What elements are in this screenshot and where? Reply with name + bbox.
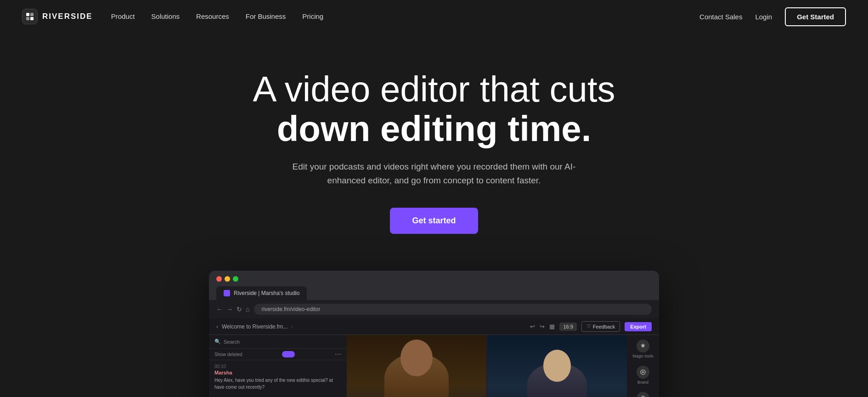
nav-pricing[interactable]: Pricing <box>302 12 323 20</box>
transcript-search-bar: 🔍 Search <box>209 335 347 349</box>
show-deleted-row: Show deleted ⋯ <box>209 349 347 360</box>
hero-cta-button[interactable]: Get started <box>390 208 478 234</box>
maximize-window-button[interactable] <box>233 276 238 282</box>
navbar: RIVERSIDE Product Solutions Resources Fo… <box>0 0 868 33</box>
nav-get-started-button[interactable]: Get Started <box>785 7 846 26</box>
browser-nav-arrows: ← → ↻ ⌂ <box>216 306 249 313</box>
brand-label: Brand <box>637 380 648 385</box>
logo-icon <box>22 9 38 24</box>
svg-rect-3 <box>30 17 34 20</box>
track-icon <box>637 392 649 397</box>
search-icon: 🔍 <box>214 339 221 345</box>
show-deleted-toggle[interactable] <box>282 351 295 357</box>
svg-rect-2 <box>26 17 29 20</box>
browser-chrome-bar: Riverside | Marsha's studio <box>209 271 659 300</box>
nav-for-business[interactable]: For Business <box>246 12 286 20</box>
browser-mockup-wrapper: Riverside | Marsha's studio ← → ↻ ⌂ rive… <box>0 271 868 397</box>
nav-solutions[interactable]: Solutions <box>151 12 180 20</box>
speaker-1: Marsha <box>214 370 341 375</box>
magic-tools-label: Magic tools <box>632 354 654 358</box>
breadcrumb-sync-icon: ◦ <box>291 323 293 330</box>
brand-icon <box>637 366 649 379</box>
svg-rect-0 <box>26 13 29 16</box>
layout-icon[interactable]: ▦ <box>549 323 555 330</box>
hero-title: A video editor that cuts down editing ti… <box>253 70 615 149</box>
nav-resources[interactable]: Resources <box>196 12 229 20</box>
breadcrumb-back-icon[interactable]: ‹ <box>216 323 218 330</box>
home-icon[interactable]: ⌂ <box>246 306 249 313</box>
aspect-ratio-badge: 16:9 <box>559 323 576 331</box>
magic-tools-sidebar-item[interactable]: Magic tools <box>632 340 654 358</box>
svg-rect-1 <box>30 13 34 16</box>
track-sidebar-item[interactable]: Track <box>637 392 649 397</box>
more-options-icon[interactable]: ⋯ <box>335 351 341 358</box>
person-silhouette-1 <box>384 353 449 397</box>
breadcrumb-text: Welcome to Riverside.fm... <box>222 323 287 330</box>
browser-window-controls <box>216 276 652 282</box>
search-label[interactable]: Search <box>224 339 240 345</box>
close-window-button[interactable] <box>216 276 222 282</box>
person-silhouette-2 <box>527 363 587 397</box>
refresh-icon[interactable]: ↻ <box>237 306 242 313</box>
video-panel-person-1 <box>347 335 486 397</box>
back-arrow-icon[interactable]: ← <box>216 306 223 313</box>
magic-tools-icon <box>637 340 649 352</box>
transcript-entry-1: 00:10 Marsha Hey Alex, have you tried an… <box>209 360 347 394</box>
address-bar[interactable]: riverside.fm/video-editor <box>254 304 652 315</box>
heart-icon: ♡ <box>586 323 591 329</box>
video-preview-area <box>347 335 627 397</box>
transcript-panel: 🔍 Search Show deleted ⋯ 00:10 Marsha Hey… <box>209 335 347 397</box>
app-content-area: 🔍 Search Show deleted ⋯ 00:10 Marsha Hey… <box>209 335 659 397</box>
browser-tab[interactable]: Riverside | Marsha's studio <box>216 286 307 300</box>
logo-text: RIVERSIDE <box>42 12 93 21</box>
forward-arrow-icon[interactable]: → <box>226 306 233 313</box>
person-figure-2 <box>487 335 627 397</box>
hero-subtitle: Edit your podcasts and videos right wher… <box>292 160 576 188</box>
browser-mockup: Riverside | Marsha's studio ← → ↻ ⌂ rive… <box>209 271 659 397</box>
contact-sales-link[interactable]: Contact Sales <box>699 13 742 21</box>
redo-icon[interactable]: ↪ <box>540 323 545 330</box>
export-button[interactable]: Export <box>625 322 652 331</box>
svg-point-5 <box>642 371 644 373</box>
feedback-button[interactable]: ♡ Feedback <box>581 321 620 332</box>
brand-sidebar-item[interactable]: Brand <box>637 366 649 385</box>
nav-product[interactable]: Product <box>111 12 135 20</box>
browser-tab-label: Riverside | Marsha's studio <box>234 290 299 296</box>
logo[interactable]: RIVERSIDE <box>22 9 93 24</box>
undo-icon[interactable]: ↩ <box>530 323 535 330</box>
transcript-text-1: Hey Alex, have you tried any of the new … <box>214 377 341 391</box>
right-tools-sidebar: Magic tools Brand <box>627 335 659 397</box>
tab-favicon <box>224 290 230 296</box>
video-panel-person-2 <box>487 335 627 397</box>
browser-tab-bar: Riverside | Marsha's studio <box>216 286 652 300</box>
person-figure-1 <box>347 335 486 397</box>
login-link[interactable]: Login <box>755 13 772 21</box>
transcript-entry-2: 00:22 Dave Absolutely, Marsha! The advan… <box>209 394 347 397</box>
browser-address-bar-row: ← → ↻ ⌂ riverside.fm/video-editor <box>209 300 659 318</box>
timestamp-1: 00:10 <box>214 364 341 369</box>
app-toolbar: ‹ Welcome to Riverside.fm... ◦ ↩ ↪ ▦ 16:… <box>209 318 659 335</box>
show-deleted-label: Show deleted <box>214 352 242 357</box>
minimize-window-button[interactable] <box>225 276 230 282</box>
hero-section: A video editor that cuts down editing ti… <box>0 33 868 261</box>
